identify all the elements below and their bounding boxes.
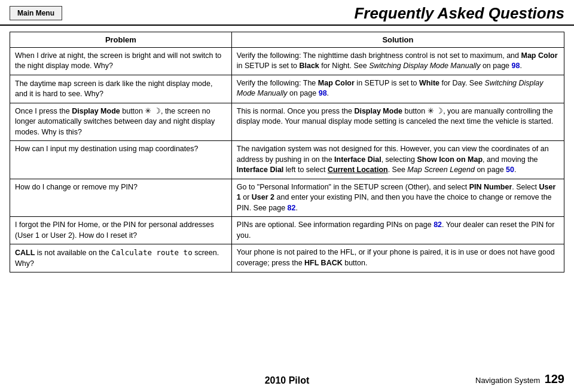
table-row: How do I change or remove my PIN? Go to … <box>10 179 564 217</box>
table-header-row: Problem Solution <box>10 32 564 47</box>
problem-cell: The daytime map screen is dark like the … <box>10 75 232 103</box>
main-menu-button[interactable]: Main Menu <box>10 6 62 20</box>
table-row: The daytime map screen is dark like the … <box>10 75 564 103</box>
page-title: Frequently Asked Questions <box>62 5 564 22</box>
solution-cell: This is normal. Once you press the Displ… <box>231 103 564 141</box>
problem-cell: Once I press the Display Mode button ✳ ☽… <box>10 103 232 141</box>
solution-cell: Verify the following: The nighttime dash… <box>231 47 564 75</box>
table-row: I forgot the PIN for Home, or the PIN fo… <box>10 217 564 244</box>
problem-column-header: Problem <box>10 32 232 47</box>
problem-cell: CALL is not available on the Calculate r… <box>10 244 232 272</box>
model-label: 2010 Pilot <box>265 375 310 386</box>
table-row: When I drive at night, the screen is bri… <box>10 47 564 75</box>
table-row: Once I press the Display Mode button ✳ ☽… <box>10 103 564 141</box>
solution-cell: Go to "Personal Information" in the SETU… <box>231 179 564 217</box>
solution-column-header: Solution <box>231 32 564 47</box>
solution-cell: PINs are optional. See information regar… <box>231 217 564 244</box>
problem-cell: I forgot the PIN for Home, or the PIN fo… <box>10 217 232 244</box>
problem-cell: How do I change or remove my PIN? <box>10 179 232 217</box>
solution-cell: The navigation system was not designed f… <box>231 141 564 179</box>
page-footer: 2010 Pilot Navigation System 129 <box>0 375 574 386</box>
solution-cell: Verify the following: The Map Color in S… <box>231 75 564 103</box>
nav-system-label: Navigation System 129 <box>475 372 564 386</box>
page-header: Main Menu Frequently Asked Questions <box>0 0 574 26</box>
footer-right: Navigation System 129 <box>475 372 564 386</box>
problem-cell: When I drive at night, the screen is bri… <box>10 47 232 75</box>
table-row: CALL is not available on the Calculate r… <box>10 244 564 272</box>
solution-cell: Your phone is not paired to the HFL, or … <box>231 244 564 272</box>
main-content: Problem Solution When I drive at night, … <box>0 26 574 279</box>
table-row: How can I input my destination using map… <box>10 141 564 179</box>
faq-table: Problem Solution When I drive at night, … <box>10 32 564 273</box>
problem-cell: How can I input my destination using map… <box>10 141 232 179</box>
